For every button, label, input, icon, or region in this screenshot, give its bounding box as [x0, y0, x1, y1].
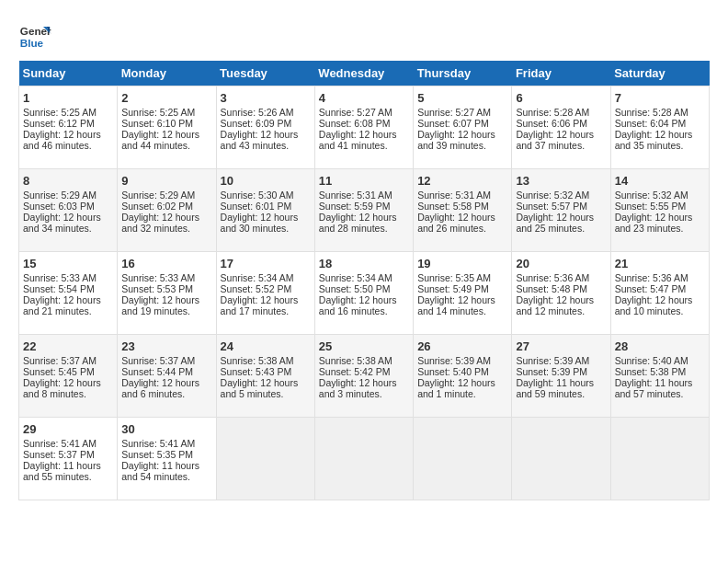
calendar-cell — [512, 418, 610, 500]
daylight-label: Daylight: 12 hours and 39 minutes. — [417, 129, 495, 151]
sunrise: Sunrise: 5:37 AM — [23, 355, 97, 366]
calendar-cell: 3Sunrise: 5:26 AMSunset: 6:09 PMDaylight… — [216, 86, 314, 169]
sunset: Sunset: 6:04 PM — [615, 118, 687, 129]
sunrise: Sunrise: 5:37 AM — [121, 355, 195, 366]
daylight-label: Daylight: 12 hours and 46 minutes. — [23, 129, 101, 151]
day-number: 27 — [516, 339, 606, 353]
day-number: 23 — [121, 339, 211, 353]
sunset: Sunset: 5:54 PM — [23, 283, 95, 294]
svg-text:General: General — [20, 25, 51, 37]
calendar-cell: 18Sunrise: 5:34 AMSunset: 5:50 PMDayligh… — [314, 252, 413, 335]
calendar-table: Sunday Monday Tuesday Wednesday Thursday… — [18, 61, 710, 500]
col-saturday: Saturday — [610, 61, 709, 86]
header: General Blue — [18, 18, 710, 52]
col-friday: Friday — [512, 61, 610, 86]
day-number: 26 — [417, 339, 507, 353]
header-row: Sunday Monday Tuesday Wednesday Thursday… — [19, 61, 710, 86]
day-number: 30 — [121, 422, 211, 436]
sunrise: Sunrise: 5:34 AM — [319, 272, 392, 283]
day-number: 15 — [23, 257, 113, 270]
svg-text:Blue: Blue — [20, 37, 44, 49]
sunset: Sunset: 5:58 PM — [417, 201, 489, 212]
calendar-cell: 17Sunrise: 5:34 AMSunset: 5:52 PMDayligh… — [216, 252, 314, 335]
sunset: Sunset: 5:48 PM — [516, 283, 587, 294]
daylight-label: Daylight: 12 hours and 28 minutes. — [319, 212, 397, 234]
calendar-cell: 24Sunrise: 5:38 AMSunset: 5:43 PMDayligh… — [216, 335, 314, 418]
calendar-cell: 6Sunrise: 5:28 AMSunset: 6:06 PMDaylight… — [512, 86, 610, 169]
day-number: 6 — [516, 91, 606, 105]
day-number: 1 — [23, 91, 113, 105]
calendar-cell: 11Sunrise: 5:31 AMSunset: 5:59 PMDayligh… — [314, 169, 413, 252]
daylight-label: Daylight: 11 hours and 55 minutes. — [23, 460, 101, 482]
sunrise: Sunrise: 5:27 AM — [417, 107, 491, 118]
sunset: Sunset: 5:55 PM — [615, 201, 687, 212]
day-number: 8 — [23, 174, 113, 188]
sunrise: Sunrise: 5:41 AM — [121, 438, 195, 449]
sunset: Sunset: 6:02 PM — [121, 201, 193, 212]
calendar-cell — [314, 418, 413, 500]
sunset: Sunset: 5:50 PM — [319, 283, 391, 294]
sunrise: Sunrise: 5:38 AM — [319, 355, 392, 366]
sunset: Sunset: 5:45 PM — [23, 366, 95, 377]
sunset: Sunset: 5:57 PM — [516, 201, 587, 212]
calendar-cell: 16Sunrise: 5:33 AMSunset: 5:53 PMDayligh… — [118, 252, 216, 335]
calendar-cell — [414, 418, 512, 500]
sunset: Sunset: 5:53 PM — [121, 283, 193, 294]
calendar-cell: 15Sunrise: 5:33 AMSunset: 5:54 PMDayligh… — [19, 252, 118, 335]
sunset: Sunset: 5:47 PM — [615, 283, 687, 294]
sunset: Sunset: 5:43 PM — [221, 366, 292, 377]
sunrise: Sunrise: 5:33 AM — [23, 272, 97, 283]
day-number: 24 — [221, 339, 311, 353]
day-number: 5 — [417, 91, 507, 105]
daylight-label: Daylight: 12 hours and 12 minutes. — [516, 294, 594, 316]
calendar-cell: 29Sunrise: 5:41 AMSunset: 5:37 PMDayligh… — [19, 418, 118, 500]
daylight-label: Daylight: 12 hours and 41 minutes. — [319, 129, 397, 151]
daylight-label: Daylight: 12 hours and 6 minutes. — [121, 377, 199, 399]
sunrise: Sunrise: 5:39 AM — [417, 355, 491, 366]
calendar-cell: 28Sunrise: 5:40 AMSunset: 5:38 PMDayligh… — [610, 335, 709, 418]
calendar-cell: 21Sunrise: 5:36 AMSunset: 5:47 PMDayligh… — [610, 252, 709, 335]
calendar-cell: 14Sunrise: 5:32 AMSunset: 5:55 PMDayligh… — [610, 169, 709, 252]
sunrise: Sunrise: 5:36 AM — [516, 272, 589, 283]
calendar-week-4: 22Sunrise: 5:37 AMSunset: 5:45 PMDayligh… — [19, 335, 710, 418]
calendar-week-3: 15Sunrise: 5:33 AMSunset: 5:54 PMDayligh… — [19, 252, 710, 335]
calendar-cell: 5Sunrise: 5:27 AMSunset: 6:07 PMDaylight… — [414, 86, 512, 169]
day-number: 3 — [221, 91, 311, 105]
day-number: 21 — [615, 257, 705, 270]
sunrise: Sunrise: 5:40 AM — [615, 355, 688, 366]
sunset: Sunset: 6:12 PM — [23, 118, 95, 129]
sunrise: Sunrise: 5:25 AM — [121, 107, 195, 118]
day-number: 22 — [23, 339, 113, 353]
daylight-label: Daylight: 11 hours and 57 minutes. — [615, 377, 693, 399]
calendar-cell: 26Sunrise: 5:39 AMSunset: 5:40 PMDayligh… — [414, 335, 512, 418]
calendar-cell: 8Sunrise: 5:29 AMSunset: 6:03 PMDaylight… — [19, 169, 118, 252]
day-number: 25 — [319, 339, 409, 353]
daylight-label: Daylight: 12 hours and 16 minutes. — [319, 294, 397, 316]
sunrise: Sunrise: 5:28 AM — [516, 107, 589, 118]
daylight-label: Daylight: 12 hours and 44 minutes. — [121, 129, 199, 151]
day-number: 9 — [121, 174, 211, 188]
daylight-label: Daylight: 11 hours and 54 minutes. — [121, 460, 199, 482]
sunrise: Sunrise: 5:30 AM — [221, 190, 294, 201]
sunrise: Sunrise: 5:32 AM — [516, 190, 589, 201]
daylight-label: Daylight: 12 hours and 10 minutes. — [615, 294, 693, 316]
sunrise: Sunrise: 5:36 AM — [615, 272, 688, 283]
col-tuesday: Tuesday — [216, 61, 314, 86]
sunrise: Sunrise: 5:28 AM — [615, 107, 688, 118]
sunrise: Sunrise: 5:34 AM — [221, 272, 294, 283]
logo-icon: General Blue — [18, 18, 51, 52]
day-number: 11 — [319, 174, 409, 188]
day-number: 19 — [417, 257, 507, 270]
daylight-label: Daylight: 11 hours and 59 minutes. — [516, 377, 594, 399]
sunset: Sunset: 5:59 PM — [319, 201, 391, 212]
col-monday: Monday — [118, 61, 216, 86]
sunset: Sunset: 5:35 PM — [121, 449, 193, 460]
sunset: Sunset: 5:40 PM — [417, 366, 489, 377]
sunset: Sunset: 5:49 PM — [417, 283, 489, 294]
calendar-cell — [610, 418, 709, 500]
sunrise: Sunrise: 5:29 AM — [121, 190, 195, 201]
day-number: 18 — [319, 257, 409, 270]
sunset: Sunset: 6:07 PM — [417, 118, 489, 129]
daylight-label: Daylight: 12 hours and 23 minutes. — [615, 212, 693, 234]
logo: General Blue — [18, 18, 51, 52]
